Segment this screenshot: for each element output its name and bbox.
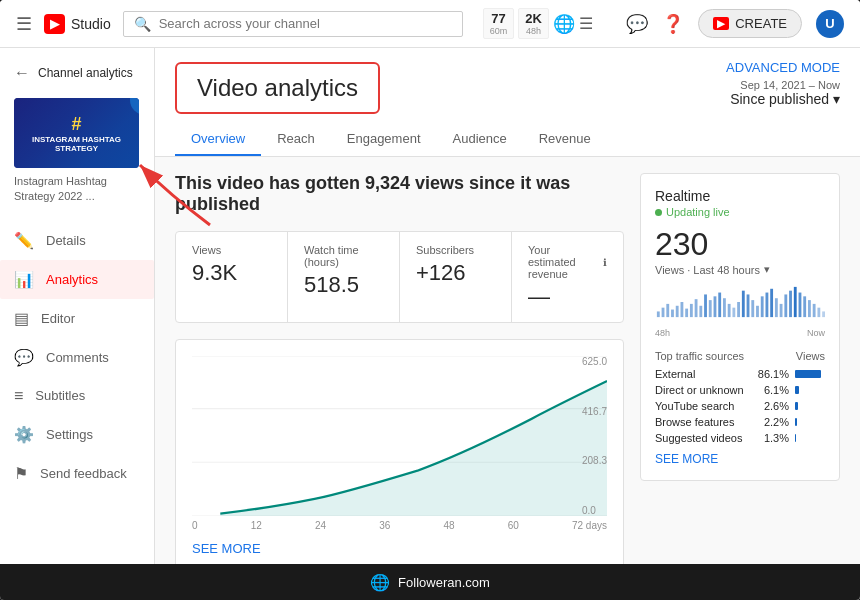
sidebar-item-analytics[interactable]: 📊 Analytics <box>0 260 154 299</box>
metric-watch-time: Watch time (hours) 518.5 <box>288 232 400 322</box>
traffic-source-suggested: Suggested videos <box>655 432 742 444</box>
traffic-views-header: Views <box>796 350 825 362</box>
svg-rect-21 <box>737 302 740 317</box>
x-label-36: 36 <box>379 520 390 531</box>
subscribers-label: Subscribers <box>416 244 495 256</box>
back-nav[interactable]: ← Channel analytics <box>0 56 154 90</box>
traffic-source-direct: Direct or unknown <box>655 384 744 396</box>
time-labels: 48h Now <box>655 328 825 338</box>
realtime-title: Realtime <box>655 188 825 204</box>
metrics-row: Views 9.3K Watch time (hours) 518.5 Subs… <box>175 231 624 323</box>
headline: This video has gotten 9,324 views since … <box>175 173 624 215</box>
header-right: 💬 ❓ ▶ CREATE U <box>626 9 844 38</box>
mini-bar-direct <box>795 384 825 396</box>
svg-rect-29 <box>775 298 778 317</box>
svg-rect-28 <box>770 289 773 317</box>
youtube-icon: ▶ <box>44 14 65 34</box>
x-label-0: 0 <box>192 520 198 531</box>
create-button[interactable]: ▶ CREATE <box>698 9 802 38</box>
svg-rect-33 <box>794 287 797 317</box>
svg-rect-15 <box>709 300 712 317</box>
tab-revenue[interactable]: Revenue <box>523 123 607 156</box>
svg-rect-34 <box>799 293 802 318</box>
traffic-header: Top traffic sources Views <box>655 350 825 362</box>
chart-area: 625.0 416.7 208.3 0.0 <box>192 356 607 516</box>
search-icon: 🔍 <box>134 16 151 32</box>
traffic-pct-external: 86.1% <box>758 368 825 380</box>
avatar[interactable]: U <box>816 10 844 38</box>
globe-header-icon: 🌐 <box>553 13 575 35</box>
list-icon: ☰ <box>579 14 593 33</box>
svg-rect-18 <box>723 298 726 317</box>
realtime-card: Realtime Updating live 230 Views · Last … <box>640 173 840 481</box>
content-header: Video analytics ADVANCED MODE Sep 14, 20… <box>155 48 860 157</box>
message-icon[interactable]: 💬 <box>626 13 648 35</box>
svg-rect-24 <box>751 300 754 317</box>
y-label-2: 208.3 <box>582 455 607 466</box>
stat1-num: 77 <box>490 11 508 26</box>
svg-rect-37 <box>813 304 816 317</box>
advanced-mode-button[interactable]: ADVANCED MODE <box>726 60 840 75</box>
stats-area: This video has gotten 9,324 views since … <box>155 157 860 589</box>
sidebar-label-comments: Comments <box>46 350 109 365</box>
stat2-sub: 48h <box>525 26 542 36</box>
logo[interactable]: ▶ Studio <box>44 14 111 34</box>
realtime-count: 230 <box>655 226 825 263</box>
tab-audience[interactable]: Audience <box>437 123 523 156</box>
search-bar[interactable]: 🔍 <box>123 11 463 37</box>
tab-reach[interactable]: Reach <box>261 123 331 156</box>
help-icon[interactable]: ❓ <box>662 13 684 35</box>
traffic-pct-browse: 2.2% <box>764 416 825 428</box>
traffic-row-suggested: Suggested videos 1.3% <box>655 432 825 444</box>
subtitles-icon: ≡ <box>14 387 23 405</box>
footer: 🌐 Followeran.com <box>0 564 860 600</box>
chevron-down-icon: ▾ <box>833 91 840 107</box>
svg-rect-11 <box>690 304 693 317</box>
back-icon: ← <box>14 64 30 82</box>
sidebar-label-editor: Editor <box>41 311 75 326</box>
watch-time-value: 518.5 <box>304 272 383 298</box>
content-area: Video analytics ADVANCED MODE Sep 14, 20… <box>155 48 860 600</box>
sidebar-item-details[interactable]: ✏️ Details <box>0 221 154 260</box>
main-layout: ← Channel analytics # INSTAGRAM HASHTAGS… <box>0 48 860 600</box>
sidebar-item-subtitles[interactable]: ≡ Subtitles <box>0 377 154 415</box>
svg-rect-27 <box>766 293 769 318</box>
see-more-realtime[interactable]: SEE MORE <box>655 452 825 466</box>
sidebar-item-editor[interactable]: ▤ Editor <box>0 299 154 338</box>
traffic-section: Top traffic sources Views External 86.1% <box>655 350 825 444</box>
left-panel: This video has gotten 9,324 views since … <box>175 173 624 573</box>
right-panel: Realtime Updating live 230 Views · Last … <box>640 173 840 573</box>
tab-overview[interactable]: Overview <box>175 123 261 156</box>
traffic-source-external: External <box>655 368 695 380</box>
svg-rect-32 <box>789 291 792 317</box>
sidebar-item-settings[interactable]: ⚙️ Settings <box>0 415 154 454</box>
updating-live-label: Updating live <box>666 206 730 218</box>
svg-rect-8 <box>676 306 679 317</box>
traffic-row-yt-search: YouTube search 2.6% <box>655 400 825 412</box>
page-title: Video analytics <box>197 74 358 101</box>
views-48h-label[interactable]: Views · Last 48 hours ▾ <box>655 263 825 276</box>
video-thumbnail-area: # INSTAGRAM HASHTAGSTRATEGY 📱 Instagram … <box>0 90 154 213</box>
time-now: Now <box>807 328 825 338</box>
settings-icon: ⚙️ <box>14 425 34 444</box>
sidebar-item-feedback[interactable]: ⚑ Send feedback <box>0 454 154 493</box>
details-icon: ✏️ <box>14 231 34 250</box>
svg-rect-39 <box>822 311 825 317</box>
svg-rect-6 <box>666 304 669 317</box>
svg-rect-22 <box>742 291 745 317</box>
svg-rect-31 <box>784 294 787 317</box>
subscribers-value: +126 <box>416 260 495 286</box>
see-more-chart[interactable]: SEE MORE <box>192 541 607 556</box>
editor-icon: ▤ <box>14 309 29 328</box>
traffic-row-direct: Direct or unknown 6.1% <box>655 384 825 396</box>
y-label-4: 625.0 <box>582 356 607 367</box>
search-input[interactable] <box>159 16 452 31</box>
video-title: Instagram Hashtag Strategy 2022 ... <box>14 174 140 205</box>
menu-icon[interactable]: ☰ <box>16 13 32 35</box>
since-published-dropdown[interactable]: Since published ▾ <box>730 91 840 107</box>
tab-engagement[interactable]: Engagement <box>331 123 437 156</box>
svg-rect-17 <box>718 293 721 318</box>
sidebar-label-analytics: Analytics <box>46 272 98 287</box>
sidebar-item-comments[interactable]: 💬 Comments <box>0 338 154 377</box>
svg-rect-20 <box>732 308 735 317</box>
